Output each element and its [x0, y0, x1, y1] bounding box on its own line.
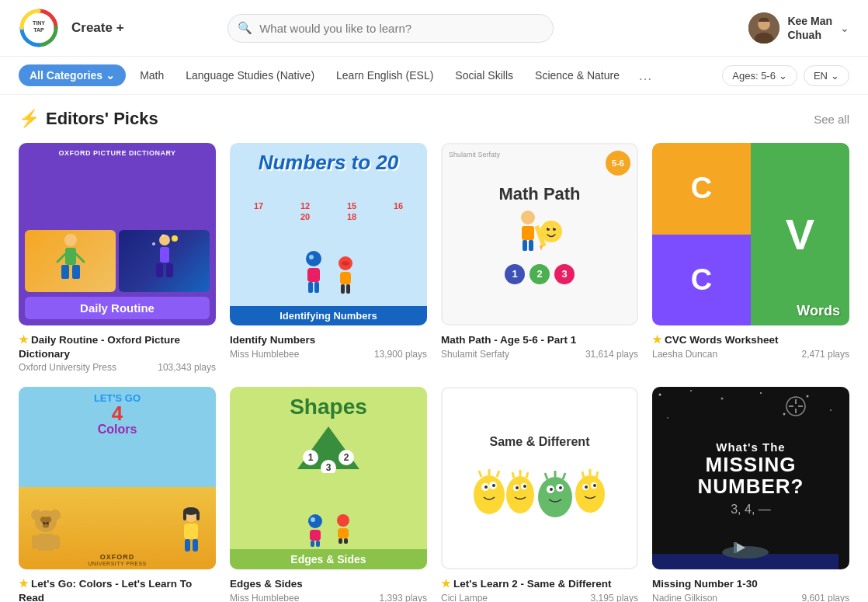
user-name-line1: Kee Man [787, 14, 832, 28]
card-same-different[interactable]: Same & Different [441, 387, 638, 602]
scene-night [119, 230, 210, 292]
user-name: Kee Man Chuah [787, 14, 832, 42]
svg-point-66 [308, 514, 322, 528]
svg-rect-10 [72, 265, 80, 279]
card-author-same: Cici Lampe [441, 593, 488, 602]
missing-number-text: What's The MISSING NUMBER? 3, 4, — [698, 440, 804, 517]
card-cvc-words[interactable]: C V C Words ★CVC Words Worksheet Laesha … [652, 143, 849, 373]
cvc-c-first: C [652, 143, 751, 235]
card-thumb-cvc: C V C Words [652, 143, 849, 325]
oxford-press-label: OXFORD UNIVERSITY PRESS [19, 553, 216, 566]
svg-rect-73 [339, 538, 342, 544]
card-title-cvc: ★CVC Words Worksheet [652, 333, 849, 347]
card-lets-go-colors[interactable]: LET'S GO 4 Colors OXFORD UNIVERSITY PRES… [19, 387, 216, 602]
search-input[interactable] [227, 14, 554, 43]
card-math-path[interactable]: Shulamit Serfaty 5-6 Math Path [441, 143, 638, 373]
nav-social-skills[interactable]: Social Skills [447, 64, 521, 86]
card-meta-shapes: Miss Humblebee 1,393 plays [230, 593, 427, 602]
nav-language-studies[interactable]: Language Studies (Native) [178, 64, 322, 86]
card-plays-shapes: 1,393 plays [380, 593, 427, 602]
section-title: ⚡ Editors' Picks [19, 109, 158, 129]
math-path-title: Math Path [498, 184, 580, 204]
card-author-shapes: Miss Humblebee [230, 593, 299, 602]
card-identify-numbers[interactable]: Numbers to 20 17121516 2018 [230, 143, 427, 373]
create-button[interactable]: Create + [71, 20, 124, 36]
shapes-title: Shapes [290, 395, 367, 419]
lang-label: EN [814, 70, 828, 82]
card-title-numbers: Identify Numbers [230, 333, 427, 347]
svg-rect-74 [344, 538, 348, 544]
lang-filter[interactable]: EN ⌄ [804, 65, 849, 86]
cvc-v: V [751, 143, 849, 325]
card-plays-numbers: 13,900 plays [374, 349, 427, 360]
svg-point-26 [342, 261, 349, 266]
svg-point-67 [311, 517, 315, 522]
svg-point-93 [550, 488, 553, 491]
card-plays-missing: 9,601 plays [802, 593, 849, 602]
ages-chevron: ⌄ [779, 70, 787, 82]
card-author-daily: Oxford University Press [19, 362, 116, 373]
svg-point-36 [540, 221, 562, 242]
svg-point-95 [559, 486, 562, 489]
svg-rect-27 [340, 272, 351, 284]
svg-text:TINY: TINY [33, 20, 45, 26]
math-num-2: 2 [529, 264, 550, 284]
nav-more-button[interactable]: … [634, 68, 657, 84]
card-author-numbers: Miss Humblebee [230, 349, 299, 360]
crown-icon-cvc: ★ [652, 334, 662, 346]
section-title-text: Editors' Picks [46, 109, 158, 129]
card-thumb-math: Shulamit Serfaty 5-6 Math Path [441, 143, 638, 325]
svg-line-82 [497, 471, 499, 477]
numbers-to-20: Numbers to 20 [259, 152, 399, 172]
card-plays-cvc: 2,471 plays [802, 349, 849, 360]
card-meta-cvc: Laesha Duncan 2,471 plays [652, 349, 849, 360]
card-missing-number[interactable]: What's The MISSING NUMBER? 3, 4, — Missi… [652, 387, 849, 602]
svg-point-13 [159, 235, 170, 245]
see-all-button[interactable]: See all [814, 113, 849, 126]
card-daily-routine[interactable]: OXFORD PICTURE DICTIONARY [19, 143, 216, 373]
svg-point-48 [43, 524, 49, 528]
user-menu-chevron[interactable]: ⌄ [840, 22, 849, 34]
svg-rect-72 [338, 528, 349, 538]
triangle-graphic: 1 2 3 [293, 423, 363, 476]
crown-icon-same: ★ [441, 578, 451, 590]
math-num-3: 3 [554, 264, 575, 284]
svg-rect-50 [32, 535, 38, 549]
svg-point-79 [492, 484, 495, 487]
ages-filter[interactable]: Ages: 5-6 ⌄ [722, 65, 797, 86]
svg-point-85 [516, 486, 519, 489]
card-title-missing: Missing Number 1-30 [652, 577, 849, 591]
svg-rect-24 [314, 282, 319, 293]
nav-math[interactable]: Math [132, 64, 172, 86]
cvc-c-second: C [652, 235, 751, 326]
card-thumb-same: Same & Different [441, 387, 638, 569]
crown-icon-colors: ★ [19, 578, 29, 590]
header: TINY TAP Create + 🔍 Kee Man Chuah ⌄ [0, 0, 868, 57]
svg-point-91 [538, 477, 572, 517]
svg-rect-23 [308, 282, 313, 293]
daily-scenes [25, 230, 210, 292]
logo[interactable]: TINY TAP [19, 8, 59, 48]
svg-rect-28 [341, 284, 345, 294]
nav-learn-english[interactable]: Learn English (ESL) [328, 64, 441, 86]
svg-rect-31 [522, 226, 534, 240]
oxford-label: OXFORD PICTURE DICTIONARY [25, 149, 210, 157]
svg-rect-49 [36, 534, 55, 551]
nav-science-nature[interactable]: Science & Nature [527, 64, 627, 86]
svg-rect-68 [310, 530, 321, 541]
lang-chevron: ⌄ [831, 70, 839, 82]
card-info-shapes: Edges & Sides Miss Humblebee 1,393 plays [230, 577, 427, 602]
section-header: ⚡ Editors' Picks See all [19, 109, 849, 129]
svg-line-80 [479, 471, 481, 477]
card-author-math: Shulamit Serfaty [441, 349, 509, 360]
same-different-title: Same & Different [490, 435, 590, 449]
svg-rect-55 [193, 539, 198, 552]
nav-all-categories[interactable]: All Categories ⌄ [19, 64, 126, 86]
card-edges-sides[interactable]: Shapes 1 2 3 [230, 387, 427, 602]
svg-rect-29 [346, 284, 350, 294]
svg-rect-51 [54, 535, 60, 549]
card-plays-daily: 103,343 plays [158, 362, 216, 373]
identifying-numbers-label: Identifying Numbers [230, 306, 427, 325]
card-meta-numbers: Miss Humblebee 13,900 plays [230, 349, 427, 360]
svg-rect-32 [523, 240, 527, 251]
